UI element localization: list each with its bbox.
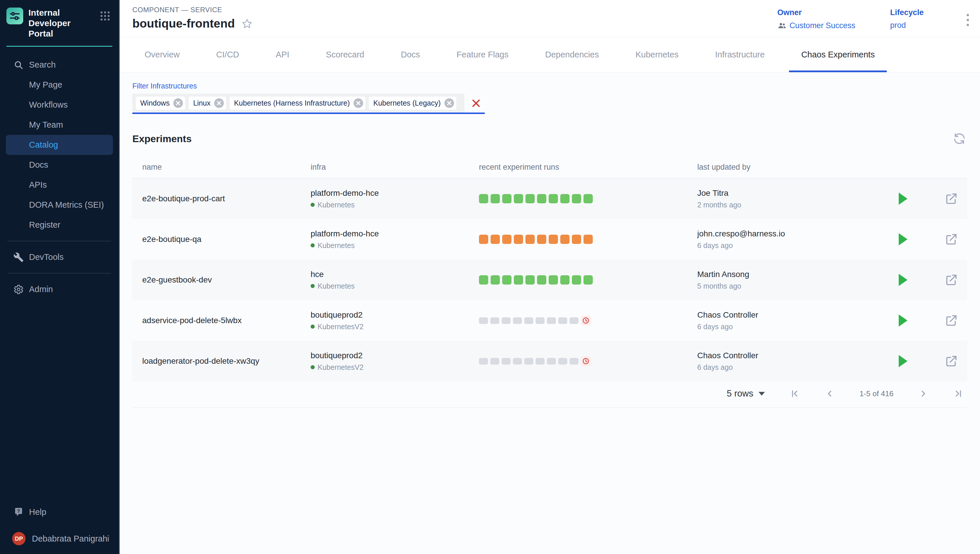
tab-infrastructure[interactable]: Infrastructure (703, 37, 777, 72)
infra-type: Kubernetes (318, 201, 355, 209)
sidebar-item-label: Docs (29, 160, 48, 170)
sidebar-item-label: APIs (29, 180, 47, 190)
open-in-new-icon[interactable] (945, 355, 958, 368)
sidebar-item-label: Catalog (29, 140, 58, 150)
run-experiment-button[interactable] (899, 233, 907, 245)
sidebar-item-docs[interactable]: Docs (0, 155, 119, 175)
infra-status-dot (311, 325, 314, 329)
tab-api[interactable]: API (263, 37, 302, 72)
sidebar-item-label: My Team (29, 120, 63, 130)
run-experiment-button[interactable] (899, 314, 907, 326)
updated-at: 2 months ago (697, 201, 889, 209)
owner-link[interactable]: Customer Success (777, 21, 856, 30)
run-status-square (514, 194, 523, 203)
run-status-square (513, 317, 522, 324)
run-status-square (570, 358, 579, 365)
breadcrumb: COMPONENT — SERVICE (132, 6, 253, 14)
run-status-square (584, 235, 593, 244)
column-header-infra: infra (301, 158, 469, 178)
run-status-square (537, 275, 546, 285)
sidebar-item-my-team[interactable]: My Team (0, 115, 119, 135)
next-page-button[interactable] (918, 388, 928, 398)
table-row: adservice-pod-delete-5lwbx boutiqueprod2… (132, 300, 967, 341)
tab-feature-flags[interactable]: Feature Flags (444, 37, 521, 72)
sidebar-item-devtools[interactable]: DevTools (0, 247, 119, 267)
open-in-new-icon[interactable] (945, 192, 958, 205)
sidebar-divider (8, 241, 111, 241)
first-page-button[interactable] (790, 388, 800, 398)
experiments-table: nameinfrarecent experiment runslast upda… (132, 158, 967, 408)
sidebar-item-admin[interactable]: Admin (0, 279, 119, 299)
remove-chip-icon[interactable] (173, 98, 183, 108)
sidebar-item-register[interactable]: Register (0, 215, 119, 235)
entity-header-left: COMPONENT — SERVICE boutique-frontend (132, 6, 253, 37)
tab-overview[interactable]: Overview (132, 37, 192, 72)
previous-page-button[interactable] (825, 388, 835, 398)
tab-scorecard[interactable]: Scorecard (314, 37, 377, 72)
run-status-square (547, 317, 556, 324)
infra-status-dot (311, 284, 314, 288)
sidebar-item-workflows[interactable]: Workflows (0, 95, 119, 115)
open-in-new-icon[interactable] (945, 232, 958, 246)
filter-chip-label: Windows (140, 99, 169, 107)
sidebar-footer: ? Help DP Debabrata Panigrahi (0, 502, 119, 554)
sidebar-item-my-page[interactable]: My Page (0, 75, 119, 95)
run-status-square (549, 275, 558, 285)
infra-cell: boutiqueprod2 KubernetesV2 (301, 310, 469, 331)
play-icon (899, 314, 907, 326)
row-actions (889, 314, 967, 327)
run-status-square (558, 317, 567, 324)
updated-by: Martin Ansong (697, 270, 889, 279)
sidebar-nav: SearchMy PageWorkflowsMy TeamCatalogDocs… (0, 55, 119, 299)
open-in-new-icon[interactable] (945, 273, 958, 287)
run-experiment-button[interactable] (899, 274, 907, 286)
run-status-square (572, 194, 581, 203)
chevron-down-icon (758, 392, 765, 396)
more-options-icon[interactable] (966, 13, 970, 37)
run-status-square (491, 235, 500, 244)
column-header-name: name (132, 158, 301, 178)
tab-chaos-experiments[interactable]: Chaos Experiments (789, 37, 887, 72)
clear-filters-icon[interactable] (471, 98, 481, 108)
run-status-square (479, 317, 488, 324)
gear-icon (13, 284, 24, 295)
run-experiment-button[interactable] (899, 193, 907, 205)
user-menu[interactable]: DP Debabrata Panigrahi (0, 522, 119, 548)
infra-name: boutiqueprod2 (311, 351, 469, 360)
infra-cell: boutiqueprod2 KubernetesV2 (301, 351, 469, 372)
run-status-square (491, 194, 500, 203)
refresh-icon[interactable] (953, 132, 966, 145)
sidebar-item-catalog[interactable]: Catalog (6, 135, 113, 155)
tab-ci-cd[interactable]: CI/CD (204, 37, 251, 72)
rows-per-page-select[interactable]: 5 rows (727, 388, 765, 399)
owner-block: Owner Customer Success (777, 8, 856, 37)
updated-by: Chaos Controller (697, 351, 889, 360)
tab-docs[interactable]: Docs (389, 37, 432, 72)
column-header-recent-experiment-runs: recent experiment runs (469, 158, 687, 178)
last-page-button[interactable] (953, 388, 963, 398)
lifecycle-label: Lifecycle (890, 8, 924, 17)
open-in-new-icon[interactable] (945, 314, 958, 327)
filter-input[interactable]: WindowsLinuxKubernetes (Harness Infrastr… (132, 94, 464, 113)
remove-chip-icon[interactable] (444, 98, 454, 108)
sidebar-item-apis[interactable]: APIs (0, 175, 119, 195)
infrastructure-filter: Filter Infrastructures WindowsLinuxKuber… (132, 82, 967, 114)
remove-chip-icon[interactable] (354, 98, 363, 108)
updated-by: Chaos Controller (697, 310, 889, 320)
apps-grid-icon[interactable] (99, 10, 111, 22)
help-button[interactable]: ? Help (0, 502, 119, 522)
favorite-star-icon[interactable] (241, 18, 253, 30)
infra-status-dot (311, 244, 314, 247)
pagination: 5 rows 1-5 of 416 (132, 381, 967, 408)
run-experiment-button[interactable] (899, 355, 907, 367)
run-status-square (514, 275, 523, 285)
tab-kubernetes[interactable]: Kubernetes (623, 37, 691, 72)
recent-runs (469, 315, 687, 325)
tab-dependencies[interactable]: Dependencies (533, 37, 611, 72)
recent-runs (469, 275, 687, 285)
sidebar-item-search[interactable]: Search (0, 55, 119, 75)
run-status-square (525, 235, 535, 244)
sidebar-item-dora-metrics-sei[interactable]: DORA Metrics (SEI) (0, 195, 119, 215)
filter-chip-label: Linux (193, 99, 211, 107)
remove-chip-icon[interactable] (214, 98, 224, 108)
